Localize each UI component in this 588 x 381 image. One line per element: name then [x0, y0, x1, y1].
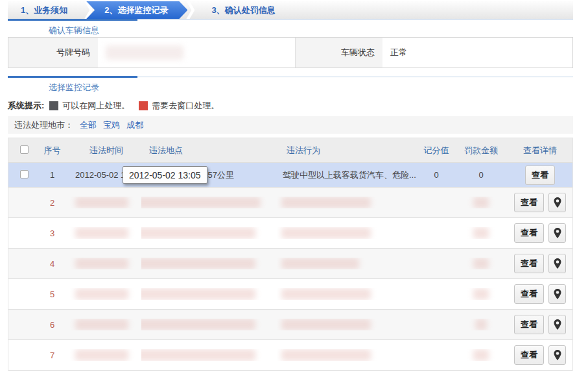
redacted-fine: [475, 319, 487, 330]
city-filter-label: 违法处理地市：: [14, 119, 73, 131]
section-rule: [8, 77, 573, 77]
view-button[interactable]: 查看: [525, 166, 555, 185]
city-filter-all[interactable]: 全部: [80, 119, 97, 131]
map-pin-button[interactable]: [548, 254, 566, 273]
redacted-location: [141, 258, 255, 269]
redacted-fine: [473, 258, 489, 269]
step-1-business-notice[interactable]: 1、业务须知: [8, 1, 84, 19]
redacted-time: [75, 197, 128, 208]
row-seq: 5: [34, 289, 70, 299]
table-row: 2 查看: [8, 188, 572, 218]
time-tooltip: 2012-05-02 13:05: [123, 166, 207, 184]
redacted-location: [141, 319, 255, 330]
row-1-seq: 1: [34, 170, 70, 180]
vehicle-info-table: 号牌号码 车辆状态 正常: [8, 37, 573, 68]
map-pin-button[interactable]: [548, 193, 566, 212]
redacted-behavior: [281, 258, 359, 269]
step-navigation: 1、业务须知 2、选择监控记录 3、确认处罚信息: [8, 1, 573, 19]
violation-records-table: 序号 违法时间 违法地点 违法行为 记分值 罚款金额 查看详情 1 2012-0…: [8, 138, 573, 371]
redacted-location: [141, 349, 255, 361]
redacted-time: [75, 258, 128, 269]
redacted-time: [75, 349, 128, 361]
header-fine-amount: 罚款金额: [456, 145, 506, 156]
row-1-violation-behavior: 驾驶中型以上载客载货汽车、危险...: [277, 169, 417, 181]
select-all-checkbox[interactable]: [20, 145, 29, 154]
redacted-time: [75, 288, 128, 300]
view-button[interactable]: 查看: [514, 284, 544, 304]
violation-processing-page: 1、业务须知 2、选择监控记录 3、确认处罚信息 确认车辆信息 号牌号码 车辆状…: [0, 0, 588, 381]
map-pin-button[interactable]: [548, 284, 566, 304]
redacted-location: [141, 288, 255, 300]
plate-number-value: [98, 38, 295, 68]
section-rule: [8, 19, 573, 20]
header-violation-behavior: 违法行为: [277, 145, 417, 156]
city-filter-chengdu[interactable]: 成都: [126, 119, 143, 131]
step-2-select-records[interactable]: 2、选择监控记录: [86, 1, 187, 19]
redacted-location: [141, 197, 261, 208]
header-view-detail: 查看详情: [506, 145, 574, 156]
row-1-checkbox[interactable]: [20, 170, 29, 178]
vehicle-status-value: 正常: [382, 38, 572, 68]
redacted-behavior: [281, 349, 371, 361]
header-points: 记分值: [417, 145, 456, 156]
map-pin-icon: [554, 350, 561, 360]
redacted-time: [75, 227, 128, 239]
table-row: 5 查看: [8, 279, 572, 310]
step-3-confirm-penalty[interactable]: 3、确认处罚信息: [194, 1, 292, 19]
window-required-text: 需要去窗口处理。: [152, 100, 219, 112]
row-1-points: 0: [417, 170, 456, 180]
row-seq: 4: [34, 259, 70, 269]
table-row: 1 2012-05-02 1 2157公里 驾驶中型以上载客载货汽车、危险...…: [8, 163, 572, 188]
redacted-location: [141, 227, 255, 239]
plate-number-label: 号牌号码: [8, 38, 98, 68]
redacted-fine: [473, 227, 489, 239]
view-button[interactable]: 查看: [514, 315, 544, 334]
row-1-fine: 0: [456, 170, 506, 180]
redacted-fine: [473, 197, 489, 208]
row-seq: 7: [34, 350, 70, 360]
plate-number-redacted: [106, 45, 183, 60]
table-row: 7 查看: [8, 340, 572, 371]
map-pin-icon: [554, 319, 561, 330]
row-seq: 2: [34, 198, 70, 208]
header-violation-location: 违法地点: [141, 145, 277, 156]
system-hint: 系统提示: 可以在网上处理。 需要去窗口处理。: [8, 100, 219, 112]
view-button[interactable]: 查看: [514, 193, 544, 212]
vehicle-status-label: 车辆状态: [295, 38, 382, 68]
view-button[interactable]: 查看: [514, 345, 544, 365]
map-pin-icon: [554, 228, 561, 238]
row-seq: 6: [34, 320, 70, 330]
online-processable-square-icon: [49, 101, 58, 110]
redacted-behavior: [281, 197, 371, 208]
row-seq: 3: [34, 228, 70, 238]
map-pin-button[interactable]: [548, 345, 566, 365]
window-required-square-icon: [139, 101, 148, 110]
city-filter-baoji[interactable]: 宝鸡: [103, 119, 120, 131]
view-button[interactable]: 查看: [514, 223, 544, 243]
table-row: 3 查看: [8, 218, 572, 249]
redacted-fine: [473, 349, 489, 361]
vehicle-section-title: 确认车辆信息: [49, 25, 99, 36]
records-section-title: 选择监控记录: [49, 82, 99, 93]
map-pin-icon: [554, 258, 561, 269]
online-processable-text: 可以在网上处理。: [62, 100, 130, 112]
map-pin-icon: [554, 289, 561, 299]
redacted-time: [75, 319, 128, 330]
map-pin-button[interactable]: [548, 223, 566, 243]
redacted-behavior: [281, 288, 371, 300]
map-pin-icon: [554, 197, 561, 208]
table-row: 4 查看: [8, 249, 572, 279]
header-violation-time: 违法时间: [70, 145, 141, 156]
redacted-fine: [473, 288, 489, 300]
redacted-behavior: [281, 227, 371, 239]
map-pin-button[interactable]: [548, 315, 566, 334]
city-filter-bar: 违法处理地市： 全部 宝鸡 成都: [8, 116, 573, 134]
table-header-row: 序号 违法时间 违法地点 违法行为 记分值 罚款金额 查看详情: [8, 138, 572, 163]
system-hint-label: 系统提示:: [8, 100, 44, 112]
table-row: 6 查看: [8, 310, 572, 340]
redacted-behavior: [281, 319, 371, 330]
header-seq: 序号: [34, 145, 70, 156]
view-button[interactable]: 查看: [514, 254, 544, 273]
